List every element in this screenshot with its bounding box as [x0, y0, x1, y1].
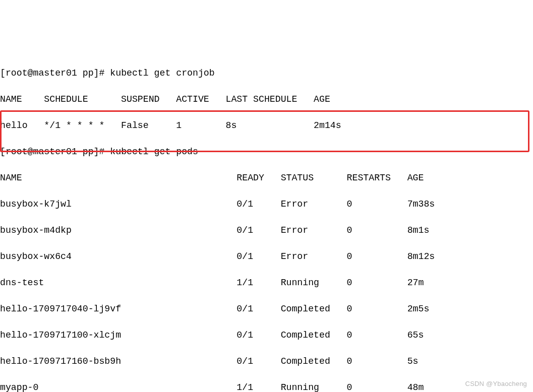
cronjob-header-row: NAME SCHEDULE SUSPEND ACTIVE LAST SCHEDU…	[0, 93, 533, 106]
pod-row: busybox-m4dkp 0/1 Error 0 8m1s	[0, 224, 533, 237]
watermark-text: CSDN @Ybaocheng	[465, 379, 527, 389]
pod-row: hello-1709717160-bsb9h 0/1 Completed 0 5…	[0, 355, 533, 368]
command-line: [root@master01 pp]# kubectl get pods	[0, 145, 533, 158]
command-text: kubectl get pods	[110, 147, 198, 157]
terminal-output: [root@master01 pp]# kubectl get cronjob …	[0, 52, 533, 392]
cronjob-row: hello */1 * * * * False 1 8s 2m14s	[0, 119, 533, 132]
shell-prompt: [root@master01 pp]#	[0, 147, 110, 157]
pod-row: busybox-k7jwl 0/1 Error 0 7m38s	[0, 198, 533, 211]
pod-row: dns-test 1/1 Running 0 27m	[0, 276, 533, 289]
pods-header-row: NAME READY STATUS RESTARTS AGE	[0, 171, 533, 184]
pod-row: hello-1709717100-xlcjm 0/1 Completed 0 6…	[0, 329, 533, 342]
command-line: [root@master01 pp]# kubectl get cronjob	[0, 67, 533, 80]
shell-prompt: [root@master01 pp]#	[0, 68, 110, 78]
pod-row: busybox-wx6c4 0/1 Error 0 8m12s	[0, 250, 533, 263]
pod-row: hello-1709717040-lj9vf 0/1 Completed 0 2…	[0, 302, 533, 315]
pod-row: myapp-0 1/1 Running 0 48m	[0, 381, 533, 392]
command-text: kubectl get cronjob	[110, 68, 214, 78]
